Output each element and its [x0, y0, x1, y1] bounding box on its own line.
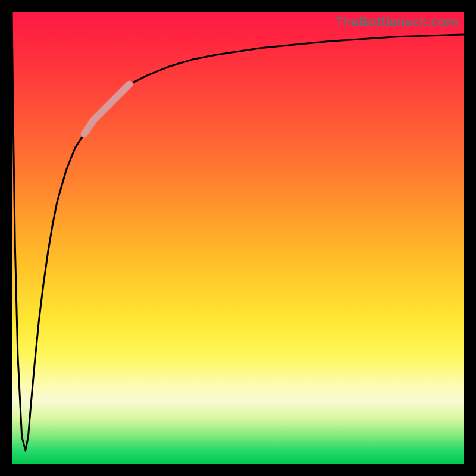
series-highlight-segment [84, 84, 130, 134]
curve-group [12, 12, 464, 450]
chart-svg [12, 12, 464, 464]
plot-area: TheBottleneck.com [12, 12, 464, 464]
chart-frame: TheBottleneck.com [0, 0, 476, 476]
series-recovery [30, 35, 464, 410]
series-dip [12, 12, 30, 450]
